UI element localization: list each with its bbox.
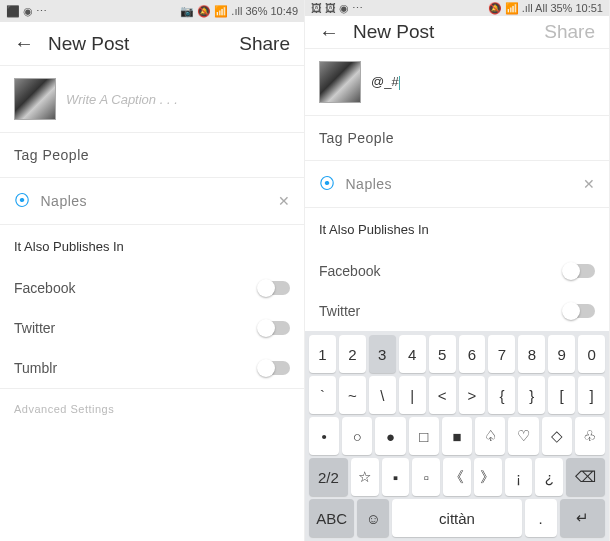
key[interactable]: \ <box>369 376 396 414</box>
key[interactable]: ` <box>309 376 336 414</box>
publishes-label: It Also Publishes In <box>0 225 304 268</box>
clear-location-icon[interactable]: ✕ <box>278 193 291 209</box>
twitter-toggle[interactable] <box>563 304 595 318</box>
key[interactable]: □ <box>409 417 439 455</box>
facebook-row: Facebook <box>305 251 609 291</box>
key[interactable]: } <box>518 376 545 414</box>
key[interactable]: 》 <box>474 458 502 496</box>
key[interactable]: ▪ <box>382 458 410 496</box>
key[interactable]: ⌫ <box>566 458 605 496</box>
screen-right: 🖼 🖼 ◉ ⋯ 🔕 📶 .ıll All 35% 10:51 ← New Pos… <box>305 0 610 541</box>
clear-location-icon[interactable]: ✕ <box>583 176 596 192</box>
keyboard-row: `~\|<>{}[] <box>309 376 605 414</box>
key[interactable]: ~ <box>339 376 366 414</box>
tag-people-row[interactable]: Tag People <box>305 116 609 161</box>
location-label: Naples <box>346 176 573 192</box>
key[interactable]: | <box>399 376 426 414</box>
key[interactable]: < <box>429 376 456 414</box>
key[interactable]: 8 <box>518 335 545 373</box>
key[interactable]: 《 <box>443 458 471 496</box>
facebook-toggle[interactable] <box>258 281 290 295</box>
key[interactable]: { <box>488 376 515 414</box>
caption-row: Write A Caption . . . <box>0 66 304 133</box>
status-left: 🖼 🖼 ◉ ⋯ <box>311 2 363 15</box>
share-button[interactable]: Share <box>544 21 595 43</box>
page-title: New Post <box>353 21 544 43</box>
key[interactable]: ] <box>578 376 605 414</box>
key[interactable]: 5 <box>429 335 456 373</box>
network-label: Facebook <box>14 280 75 296</box>
key[interactable]: ○ <box>342 417 372 455</box>
key[interactable]: ♡ <box>508 417 538 455</box>
status-right: 🔕 📶 .ıll All 35% 10:51 <box>488 2 603 15</box>
publishes-label: It Also Publishes In <box>305 208 609 251</box>
facebook-toggle[interactable] <box>563 264 595 278</box>
key[interactable]: ♧ <box>575 417 605 455</box>
location-row[interactable]: ⦿ Naples ✕ <box>305 161 609 208</box>
location-label: Naples <box>41 193 268 209</box>
tag-people-row[interactable]: Tag People <box>0 133 304 178</box>
location-row[interactable]: ⦿ Naples ✕ <box>0 178 304 225</box>
back-icon[interactable]: ← <box>14 32 34 55</box>
key[interactable]: ▫ <box>412 458 440 496</box>
key[interactable]: ¿ <box>535 458 563 496</box>
network-label: Tumblr <box>14 360 57 376</box>
header: ← New Post Share <box>0 22 304 66</box>
thumbnail[interactable] <box>319 61 361 103</box>
key[interactable]: 3 <box>369 335 396 373</box>
tumblr-row: Tumblr <box>0 348 304 388</box>
key[interactable]: ◇ <box>542 417 572 455</box>
facebook-row: Facebook <box>0 268 304 308</box>
status-left: ⬛ ◉ ⋯ <box>6 5 47 18</box>
key[interactable]: 1 <box>309 335 336 373</box>
header: ← New Post Share <box>305 16 609 49</box>
key[interactable]: . <box>525 499 557 537</box>
key[interactable]: ☺ <box>357 499 389 537</box>
key[interactable]: ■ <box>442 417 472 455</box>
key[interactable]: [ <box>548 376 575 414</box>
tumblr-toggle[interactable] <box>258 361 290 375</box>
caption-input[interactable]: @_# <box>371 74 400 90</box>
keyboard-row: •○●□■♤♡◇♧ <box>309 417 605 455</box>
key[interactable]: 0 <box>578 335 605 373</box>
key[interactable]: 2/2 <box>309 458 348 496</box>
key[interactable]: ☆ <box>351 458 379 496</box>
twitter-row: Twitter <box>305 291 609 331</box>
key[interactable]: ● <box>375 417 405 455</box>
keyboard-row: 1234567890 <box>309 335 605 373</box>
caption-row: @_# <box>305 49 609 116</box>
network-label: Facebook <box>319 263 380 279</box>
key[interactable]: 2 <box>339 335 366 373</box>
key[interactable]: ¡ <box>505 458 533 496</box>
pin-icon: ⦿ <box>319 175 336 193</box>
status-bar: 🖼 🖼 ◉ ⋯ 🔕 📶 .ıll All 35% 10:51 <box>305 0 609 16</box>
back-icon[interactable]: ← <box>319 21 339 44</box>
screen-left: ⬛ ◉ ⋯ 📷 🔕 📶 .ıll 36% 10:49 ← New Post Sh… <box>0 0 305 541</box>
caption-input[interactable]: Write A Caption . . . <box>66 92 178 107</box>
key[interactable]: 7 <box>488 335 515 373</box>
key[interactable]: 9 <box>548 335 575 373</box>
keyboard: 1234567890 `~\|<>{}[] •○●□■♤♡◇♧ 2/2☆▪▫《》… <box>305 331 609 541</box>
cursor-icon <box>399 76 400 90</box>
network-label: Twitter <box>14 320 55 336</box>
key[interactable]: ↵ <box>560 499 605 537</box>
key[interactable]: 6 <box>459 335 486 373</box>
keyboard-row: ABC☺cittàn.↵ <box>309 499 605 537</box>
key[interactable]: 4 <box>399 335 426 373</box>
key[interactable]: ♤ <box>475 417 505 455</box>
keyboard-row: 2/2☆▪▫《》¡¿⌫ <box>309 458 605 496</box>
key[interactable]: cittàn <box>392 499 521 537</box>
advanced-settings[interactable]: Advanced Settings <box>0 388 304 429</box>
status-right: 📷 🔕 📶 .ıll 36% 10:49 <box>180 5 298 18</box>
pin-icon: ⦿ <box>14 192 31 210</box>
key[interactable]: > <box>459 376 486 414</box>
page-title: New Post <box>48 33 239 55</box>
share-button[interactable]: Share <box>239 33 290 55</box>
twitter-row: Twitter <box>0 308 304 348</box>
caption-text: @_# <box>371 74 399 89</box>
key[interactable]: ABC <box>309 499 354 537</box>
twitter-toggle[interactable] <box>258 321 290 335</box>
thumbnail[interactable] <box>14 78 56 120</box>
key[interactable]: • <box>309 417 339 455</box>
status-bar: ⬛ ◉ ⋯ 📷 🔕 📶 .ıll 36% 10:49 <box>0 0 304 22</box>
